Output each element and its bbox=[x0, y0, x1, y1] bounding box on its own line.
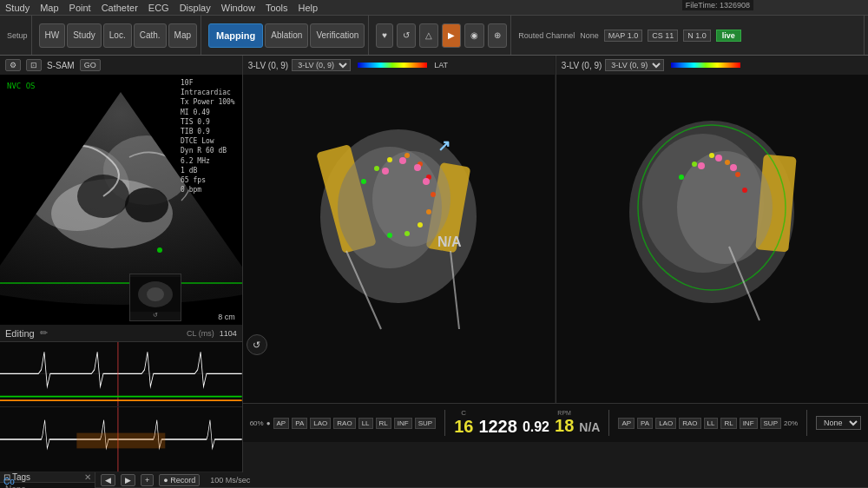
loc-button[interactable]: Loc. bbox=[103, 23, 132, 48]
routed-channel-label: Routed Channel bbox=[518, 31, 575, 40]
cl-label: CL (ms) bbox=[187, 329, 214, 338]
cl-value: 1104 bbox=[220, 329, 237, 338]
left-view-controls: 60% ● AP PA LAO RAO LL RL INF SUP bbox=[250, 418, 436, 429]
study-button[interactable]: Study bbox=[67, 23, 102, 48]
c-label: C bbox=[461, 409, 466, 417]
us-info: 10F Intracardiac Tx Power 100% MI 0.49 T… bbox=[181, 78, 235, 195]
right-view-controls: AP PA LAO RAO LL RL INF SUP 20% bbox=[618, 418, 798, 429]
menu-catheter[interactable]: Catheter bbox=[102, 3, 138, 13]
lao-btn-r[interactable]: LAO bbox=[655, 418, 676, 429]
rao-btn-l[interactable]: RAO bbox=[333, 418, 355, 429]
pa-btn-l[interactable]: PA bbox=[292, 418, 307, 429]
nav-prev[interactable]: ◀ bbox=[101, 474, 115, 486]
svg-point-29 bbox=[404, 153, 410, 158]
ll-btn-l[interactable]: LL bbox=[358, 418, 373, 429]
ecg-header: Editing ✏ CL (ms) 1104 bbox=[0, 325, 242, 342]
menu-window[interactable]: Window bbox=[221, 3, 255, 13]
mapping-button[interactable]: Mapping bbox=[208, 23, 263, 48]
hw-button[interactable]: HW bbox=[39, 23, 66, 48]
cath-button[interactable]: Cath. bbox=[134, 23, 167, 48]
rpm-label: RPM bbox=[557, 410, 571, 416]
none-select[interactable]: None bbox=[816, 416, 861, 430]
nav-record[interactable]: ● Record bbox=[159, 474, 200, 486]
menu-map[interactable]: Map bbox=[40, 3, 58, 13]
us-overlay-nvc: NVC OS bbox=[7, 82, 36, 90]
left-pct: 60% bbox=[250, 419, 264, 427]
ap-btn-l[interactable]: AP bbox=[273, 418, 290, 429]
n1-label: N 1.0 bbox=[683, 30, 711, 42]
traces-header: ◀ ▶ + ● Record 100 Ms/sec bbox=[95, 472, 868, 488]
inf-btn-r[interactable]: INF bbox=[740, 418, 758, 429]
icon-btn-6[interactable]: ⊕ bbox=[488, 23, 507, 48]
ap-btn-r[interactable]: AP bbox=[618, 418, 635, 429]
menu-help[interactable]: Help bbox=[299, 3, 319, 13]
left-panel: ⚙ ⊡ S-SAM GO bbox=[0, 56, 243, 472]
menu-study[interactable]: Study bbox=[5, 3, 30, 13]
pa-btn-r[interactable]: PA bbox=[637, 418, 653, 429]
ll-btn-r[interactable]: LL bbox=[704, 418, 719, 429]
map-button[interactable]: Map bbox=[168, 23, 197, 48]
rpm-metric: RPM 18 bbox=[555, 410, 574, 436]
svg-point-35 bbox=[404, 231, 410, 236]
sup-btn-l[interactable]: SUP bbox=[415, 418, 436, 429]
sup-btn-r[interactable]: SUP bbox=[760, 418, 781, 429]
view-select-left[interactable]: 3-LV (0, 9) bbox=[292, 59, 351, 71]
menu-point[interactable]: Point bbox=[69, 3, 91, 13]
menu-tools[interactable]: Tools bbox=[266, 3, 288, 13]
filetime: FileTime: 1326908 bbox=[682, 0, 753, 10]
us-expand-btn[interactable]: ⊡ bbox=[26, 59, 42, 71]
metric-label-3 bbox=[535, 412, 536, 419]
metric-na: N/A bbox=[579, 412, 600, 434]
icon-btn-2[interactable]: ↺ bbox=[397, 23, 416, 48]
nav-zoom-in[interactable]: + bbox=[141, 474, 154, 486]
menu-ecg[interactable]: ECG bbox=[148, 3, 169, 13]
metrics-bar: 60% ● AP PA LAO RAO LL RL INF SUP C 16 1… bbox=[243, 403, 868, 442]
rl-btn-r[interactable]: RL bbox=[720, 418, 736, 429]
svg-text:↗: ↗ bbox=[437, 137, 450, 155]
inf-btn-l[interactable]: INF bbox=[394, 418, 412, 429]
separator-3 bbox=[806, 410, 807, 436]
svg-point-58 bbox=[715, 155, 722, 162]
view-rotate-btn[interactable]: ↺ bbox=[247, 334, 267, 355]
ablation-button[interactable]: Ablation bbox=[265, 23, 308, 48]
setup-group: Setup bbox=[3, 16, 32, 55]
svg-point-10 bbox=[147, 287, 164, 301]
us-thumbnail: ↺ bbox=[129, 274, 181, 321]
view-controls-left: ↺ bbox=[247, 334, 267, 355]
traces-area: ◀ ▶ + ● Record 100 Ms/sec I V2 bbox=[95, 472, 868, 488]
svg-point-52 bbox=[692, 162, 697, 167]
colorbar-left bbox=[358, 63, 427, 68]
heart-3d-right bbox=[556, 82, 868, 351]
icon-btn-4[interactable]: ▶ bbox=[442, 23, 461, 48]
svg-point-28 bbox=[387, 157, 392, 162]
svg-point-39 bbox=[414, 164, 421, 171]
rl-btn-l[interactable]: RL bbox=[376, 418, 391, 429]
cs-label: CS 11 bbox=[648, 30, 678, 42]
menu-display[interactable]: Display bbox=[180, 3, 211, 13]
icon-btn-3[interactable]: △ bbox=[419, 23, 438, 48]
metric-value-2: 1228 bbox=[478, 417, 517, 437]
view-header-right: 3-LV (0, 9) 3-LV (0, 9) bbox=[556, 56, 868, 75]
colormap-label-left: LAT bbox=[434, 61, 448, 69]
toolbar: Setup HW Study Loc. Cath. Map Mapping Ab… bbox=[0, 16, 868, 56]
verification-button[interactable]: Verification bbox=[310, 23, 365, 48]
us-mode-btn[interactable]: GO bbox=[80, 59, 101, 71]
svg-point-53 bbox=[709, 153, 714, 158]
svg-point-40 bbox=[423, 178, 430, 185]
us-settings-btn[interactable]: ⚙ bbox=[5, 59, 21, 71]
separator-2 bbox=[608, 410, 609, 436]
metric-c: C 16 bbox=[454, 409, 473, 437]
tags-close[interactable]: ✕ bbox=[84, 472, 91, 482]
setup-label: Setup bbox=[7, 31, 28, 40]
lao-btn-l[interactable]: LAO bbox=[310, 418, 331, 429]
metric-value-3: 0.92 bbox=[523, 419, 549, 435]
svg-point-56 bbox=[742, 188, 747, 193]
rao-btn-r[interactable]: RAO bbox=[679, 418, 700, 429]
view-select-right[interactable]: 3-LV (0, 9) bbox=[605, 59, 664, 71]
svg-point-38 bbox=[399, 157, 406, 164]
svg-point-57 bbox=[698, 162, 705, 169]
icon-btn-5[interactable]: ◉ bbox=[464, 23, 484, 48]
nav-next[interactable]: ▶ bbox=[121, 474, 135, 486]
ecg-channel-u1: u1 bbox=[0, 342, 242, 407]
icon-btn-1[interactable]: ♥ bbox=[376, 23, 393, 48]
